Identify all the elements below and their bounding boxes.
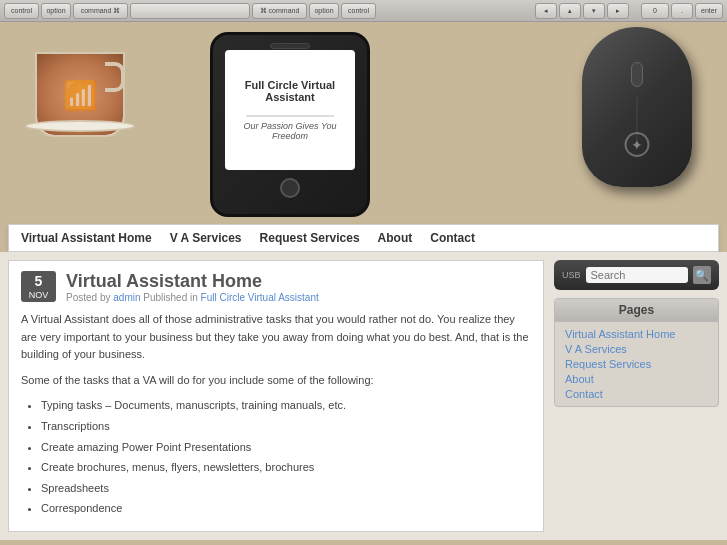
key-space bbox=[130, 3, 250, 19]
key-enter: enter bbox=[695, 3, 723, 19]
list-item: Spreadsheets bbox=[41, 480, 531, 498]
main-content: 5 Nov Virtual Assistant Home Posted by a… bbox=[8, 260, 544, 532]
pages-item-request[interactable]: Request Services bbox=[565, 358, 708, 370]
pages-list: Virtual Assistant Home V A Services Requ… bbox=[555, 322, 718, 406]
mouse-scroll-wheel bbox=[631, 62, 643, 87]
phone-site-tagline: Our Passion Gives You Freedom bbox=[235, 121, 345, 141]
pages-header: Pages bbox=[555, 299, 718, 322]
search-input-wrapper bbox=[586, 267, 688, 283]
phone-screen: Full Circle Virtual Assistant Our Passio… bbox=[225, 50, 355, 170]
key-option-left: option bbox=[41, 3, 71, 19]
keyboard-bar: control option command ⌘ ⌘ command optio… bbox=[0, 0, 727, 22]
post-paragraph-2: Some of the tasks that a VA will do for … bbox=[21, 372, 531, 390]
search-bar-label: USB bbox=[562, 270, 581, 280]
phone-speaker bbox=[270, 43, 310, 49]
post-title: Virtual Assistant Home bbox=[66, 271, 319, 292]
key-arrow-up: ▴ bbox=[559, 3, 581, 19]
cup-handle bbox=[105, 62, 125, 92]
post-date-month: Nov bbox=[26, 290, 51, 300]
post-category[interactable]: Full Circle Virtual Assistant bbox=[201, 292, 319, 303]
pages-item-home[interactable]: Virtual Assistant Home bbox=[565, 328, 708, 340]
search-button[interactable]: 🔍 bbox=[693, 266, 711, 284]
pages-item-about[interactable]: About bbox=[565, 373, 708, 385]
posted-by-label: Posted by bbox=[66, 292, 113, 303]
post-meta: Posted by admin Published in Full Circle… bbox=[66, 292, 319, 303]
published-in-label: Published in bbox=[143, 292, 200, 303]
post-paragraph-1: A Virtual Assistant does all of those ad… bbox=[21, 311, 531, 364]
mouse-logo: ✦ bbox=[625, 132, 650, 157]
phone-home-button bbox=[280, 178, 300, 198]
key-0: 0 bbox=[641, 3, 669, 19]
post-date-num: 5 bbox=[26, 273, 51, 290]
post-header: 5 Nov Virtual Assistant Home Posted by a… bbox=[21, 271, 531, 303]
coffee-cup: 📶 bbox=[20, 32, 130, 142]
key-arrow-left: ◂ bbox=[535, 3, 557, 19]
list-item: Create amazing Power Point Presentations bbox=[41, 439, 531, 457]
key-command-right: ⌘ command bbox=[252, 3, 307, 19]
list-item: Create brochures, menus, flyers, newslet… bbox=[41, 459, 531, 477]
key-control-right: control bbox=[341, 3, 376, 19]
pages-item-contact[interactable]: Contact bbox=[565, 388, 708, 400]
nav-services[interactable]: V A Services bbox=[170, 231, 242, 245]
sidebar: USB 🔍 Pages Virtual Assistant Home V A S… bbox=[554, 260, 719, 532]
key-command-left: command ⌘ bbox=[73, 3, 128, 19]
key-dot: . bbox=[671, 3, 693, 19]
desk-area: 📶 Full Circle Virtual Assistant Our Pass… bbox=[0, 22, 727, 222]
cup-saucer bbox=[25, 120, 135, 132]
phone-device: Full Circle Virtual Assistant Our Passio… bbox=[210, 32, 370, 217]
phone-site-title: Full Circle Virtual Assistant bbox=[235, 79, 345, 103]
search-widget: USB 🔍 bbox=[554, 260, 719, 290]
content-layout: 5 Nov Virtual Assistant Home Posted by a… bbox=[0, 252, 727, 540]
post-body: A Virtual Assistant does all of those ad… bbox=[21, 311, 531, 518]
list-item: Typing tasks – Documents, manuscripts, t… bbox=[41, 397, 531, 415]
key-control-left: control bbox=[4, 3, 39, 19]
nav-request[interactable]: Request Services bbox=[260, 231, 360, 245]
search-input[interactable] bbox=[591, 269, 683, 281]
pages-widget: Pages Virtual Assistant Home V A Service… bbox=[554, 298, 719, 407]
key-option-right: option bbox=[309, 3, 339, 19]
nav-bar: Virtual Assistant Home V A Services Requ… bbox=[8, 224, 719, 252]
wifi-icon: 📶 bbox=[63, 78, 98, 111]
nav-contact[interactable]: Contact bbox=[430, 231, 475, 245]
nav-home[interactable]: Virtual Assistant Home bbox=[21, 231, 152, 245]
pages-item-services[interactable]: V A Services bbox=[565, 343, 708, 355]
post-date-box: 5 Nov bbox=[21, 271, 56, 302]
list-item: Transcriptions bbox=[41, 418, 531, 436]
post-author[interactable]: admin bbox=[113, 292, 140, 303]
nav-about[interactable]: About bbox=[378, 231, 413, 245]
list-item: Correspondence bbox=[41, 500, 531, 518]
mouse-device: ✦ bbox=[567, 27, 707, 212]
key-arrow-down: ▾ bbox=[583, 3, 605, 19]
post-list: Typing tasks – Documents, manuscripts, t… bbox=[41, 397, 531, 518]
key-arrow-right: ▸ bbox=[607, 3, 629, 19]
